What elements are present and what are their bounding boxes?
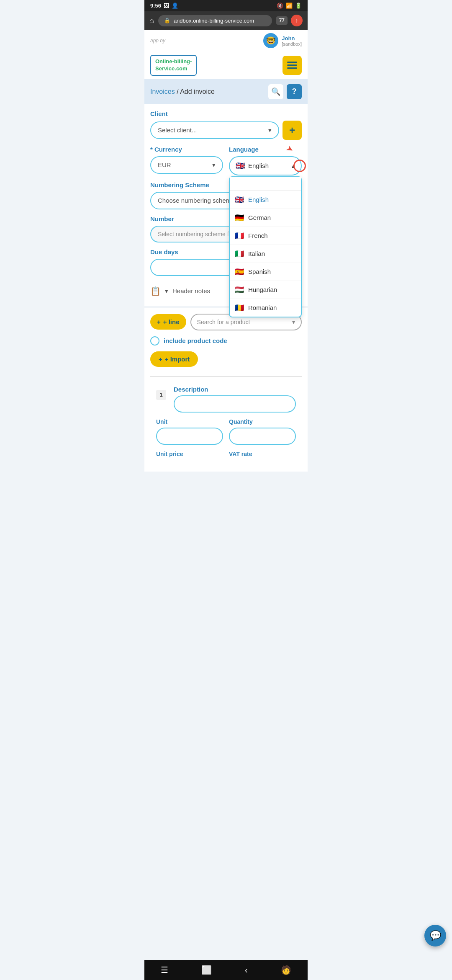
- breadcrumb-invoices-link[interactable]: Invoices: [150, 88, 175, 95]
- red-arrow-annotation: ➤: [284, 142, 295, 155]
- currency-select[interactable]: EUR: [150, 156, 223, 174]
- lang-german: German: [248, 214, 271, 221]
- unit-input[interactable]: [156, 428, 223, 445]
- user-info: 🤓 John [sandbox]: [263, 33, 302, 48]
- plus-icon: +: [157, 318, 161, 325]
- language-option-german[interactable]: 🇩🇪 German: [230, 209, 301, 227]
- quantity-label: Quantity: [229, 418, 296, 425]
- language-option-spanish[interactable]: 🇪🇸 Spanish: [230, 263, 301, 281]
- language-option-hungarian[interactable]: 🇭🇺 Hungarian: [230, 281, 301, 299]
- client-placeholder: Select client...: [158, 126, 197, 134]
- breadcrumb-current: Add invoice: [180, 88, 215, 95]
- product-code-row: include product code: [150, 336, 302, 346]
- user-name: John: [282, 35, 302, 41]
- language-option-italian[interactable]: 🇮🇹 Italian: [230, 245, 301, 263]
- main-form: Client Select client... + * Currency EUR…: [144, 104, 308, 306]
- battery-icon: 🔋: [295, 3, 302, 9]
- chevron-down-icon: [212, 161, 216, 169]
- avatar: 🤓: [263, 33, 278, 48]
- add-line-button[interactable]: + + line: [150, 314, 186, 330]
- currency-language-row: * Currency EUR Language 🇬🇧 English: [150, 146, 302, 175]
- breadcrumb: Invoices / Add invoice 🔍 ?: [144, 79, 308, 104]
- import-button[interactable]: + + Import: [150, 351, 198, 367]
- notes-icon: 📋: [150, 286, 161, 296]
- logo-tld: .com: [175, 65, 187, 72]
- client-select[interactable]: Select client...: [150, 121, 279, 139]
- app-header: app by 🤓 John [sandbox]: [144, 30, 308, 52]
- language-option-english[interactable]: 🇬🇧 English: [230, 191, 301, 209]
- browser-bar: ⌂ 🔒 andbox.online-billing-service.com 77…: [144, 11, 308, 30]
- quantity-input[interactable]: [229, 428, 296, 445]
- logo[interactable]: Online-billing- Service.com: [150, 55, 197, 76]
- signal-icon: 📶: [286, 3, 293, 9]
- tab-count[interactable]: 77: [276, 16, 288, 25]
- home-icon[interactable]: ⌂: [149, 16, 154, 25]
- unit-price-label: Unit price: [156, 451, 223, 457]
- lang-french: French: [248, 232, 268, 239]
- search-product-placeholder: Search for a product: [197, 319, 250, 325]
- chevron-up-icon: [292, 162, 295, 170]
- menu-line: [287, 67, 297, 69]
- menu-line: [287, 62, 297, 63]
- client-label: Client: [150, 110, 302, 117]
- quantity-field: Quantity: [229, 418, 296, 445]
- currency-value: EUR: [158, 161, 171, 168]
- currency-label: * Currency: [150, 146, 223, 153]
- upload-button[interactable]: ↑: [291, 15, 303, 26]
- unit-field: Unit: [156, 418, 223, 445]
- url-text: andbox.online-billing-service.com: [174, 18, 254, 24]
- lang-english: English: [248, 196, 269, 203]
- number-placeholder: Select numbering scheme firs: [158, 231, 235, 237]
- header-notes-label: Header notes: [172, 287, 210, 294]
- currency-field: * Currency EUR: [150, 146, 223, 175]
- lang-romanian: Romanian: [248, 304, 277, 311]
- menu-button[interactable]: [282, 56, 302, 75]
- line-number-1: 1: [156, 390, 166, 400]
- divider: [150, 376, 302, 377]
- unit-price-field: Unit price: [156, 451, 223, 460]
- description-input[interactable]: [174, 395, 296, 413]
- vat-rate-field: VAT rate: [229, 451, 296, 460]
- lang-italian: Italian: [248, 250, 265, 257]
- language-option-french[interactable]: 🇫🇷 French: [230, 227, 301, 245]
- chevron-down-icon: [292, 319, 295, 325]
- breadcrumb-separator: /: [177, 88, 178, 95]
- lang-hungarian: Hungarian: [248, 286, 277, 293]
- language-select[interactable]: 🇬🇧 English: [229, 156, 302, 175]
- help-icon[interactable]: ?: [287, 84, 302, 99]
- logo-line2: Service: [155, 65, 175, 72]
- unit-qty-row: Unit Quantity: [156, 418, 296, 445]
- product-code-radio[interactable]: [150, 336, 159, 346]
- logo-line1: Online-billing-: [155, 58, 192, 64]
- add-line-label: + line: [163, 318, 180, 325]
- url-bar[interactable]: 🔒 andbox.online-billing-service.com: [158, 15, 272, 26]
- lang-spanish: Spanish: [248, 268, 271, 275]
- import-plus-icon: +: [159, 356, 162, 363]
- vat-rate-label: VAT rate: [229, 451, 296, 457]
- photo-icon: 🖼: [164, 3, 169, 9]
- add-client-button[interactable]: +: [282, 121, 302, 140]
- invoice-line-1: 1 Description Unit Quantity Unit price V…: [150, 380, 302, 466]
- lock-icon: 🔒: [164, 18, 170, 23]
- language-option-romanian[interactable]: 🇷🇴 Romanian: [230, 299, 301, 317]
- language-field: Language 🇬🇧 English ➤ 🇬�: [229, 146, 302, 175]
- logo-bar: Online-billing- Service.com: [144, 52, 308, 79]
- red-circle-annotation: [293, 160, 306, 172]
- language-flag: 🇬🇧: [236, 161, 245, 170]
- search-icon[interactable]: 🔍: [268, 84, 283, 99]
- status-time: 9:56: [150, 3, 161, 9]
- language-search-input[interactable]: [230, 177, 301, 191]
- product-code-label: include product code: [164, 337, 227, 344]
- app-by-label: app by: [150, 38, 165, 44]
- chevron-down-notes: ▾: [165, 287, 168, 295]
- status-bar: 9:56 🖼 👤 🔇 📶 🔋: [144, 0, 308, 11]
- language-selected-text: English: [248, 162, 269, 169]
- menu-line: [287, 64, 297, 66]
- line-section: + + line Search for a product include pr…: [144, 308, 308, 472]
- unit-label: Unit: [156, 418, 223, 425]
- chevron-down-icon: [268, 126, 272, 134]
- mute-icon: 🔇: [277, 3, 283, 9]
- client-field: Client Select client... +: [150, 110, 302, 140]
- user-sub: [sandbox]: [282, 41, 302, 46]
- price-vat-row: Unit price VAT rate: [156, 451, 296, 460]
